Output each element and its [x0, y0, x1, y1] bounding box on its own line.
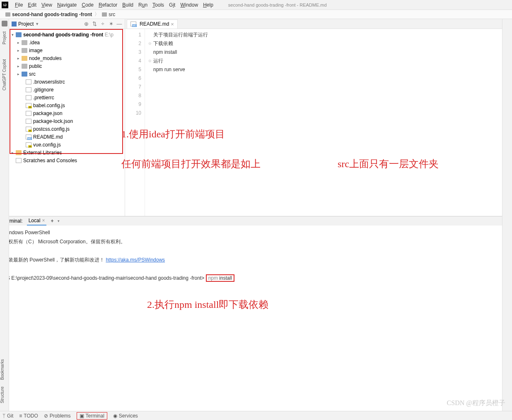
md-icon — [130, 22, 136, 26]
folder-icon — [102, 12, 107, 17]
tree-item-package-json[interactable]: package.json — [9, 109, 125, 117]
project-icon — [12, 22, 17, 26]
watermark: CSDN @程序员橙子 — [447, 399, 505, 408]
annotation-text-3: 2.执行npm install即下载依赖 — [147, 300, 268, 309]
tool-gear-icon[interactable]: ✶ — [108, 21, 114, 27]
menu-run[interactable]: Run — [136, 2, 150, 8]
branch-icon: ᛘ — [2, 413, 5, 419]
annotation-redbox-npm: npm install — [206, 274, 234, 282]
terminal-prompt-line: PS E:\project\2023-09\second-hand-goods-… — [3, 274, 509, 283]
folder-icon — [22, 40, 27, 45]
menu-edit[interactable]: Edit — [25, 2, 39, 8]
right-rail — [502, 19, 512, 411]
menubar: IJ File Edit View Navigate Code Refactor… — [0, 0, 512, 10]
menu-tools[interactable]: Tools — [150, 2, 167, 8]
tree-item-postcss-config[interactable]: postcss.config.js — [9, 125, 125, 133]
tree-item-vue-config[interactable]: vue.config.js — [9, 141, 125, 149]
close-icon[interactable]: × — [171, 21, 174, 27]
terminal-body[interactable]: Windows PowerShell 版权所有（C） Microsoft Cor… — [0, 226, 512, 401]
rail-bookmarks[interactable]: Bookmarks — [0, 356, 9, 383]
tree-item-prettierrc[interactable]: .prettierrc — [9, 94, 125, 101]
status-services[interactable]: ◉Services — [113, 413, 138, 419]
menu-window[interactable]: Window — [178, 2, 200, 8]
tool-target-icon[interactable]: ⊕ — [83, 21, 89, 27]
menu-help[interactable]: Help — [200, 2, 216, 8]
left-tool-rail: Project ChatGPT Copilot — [0, 19, 9, 216]
rail-structure[interactable]: Structure — [0, 383, 9, 407]
library-icon — [22, 56, 27, 61]
terminal-panel: Terminal: Local × + ▾ Windows PowerShell… — [0, 216, 512, 401]
project-tool-icon[interactable] — [2, 21, 7, 26]
js-icon — [26, 142, 31, 147]
library-icon — [16, 150, 22, 155]
tree-root[interactable]: ▾second-hand goods-trading -front E:\p — [9, 31, 125, 38]
file-icon — [26, 87, 31, 92]
tree-scratches[interactable]: Scratches and Consoles — [9, 156, 125, 164]
annotation-text-2b: src上面只有一层文件夹 — [338, 157, 439, 170]
tree-item-browserslistrc[interactable]: .browserslistrc — [9, 78, 125, 86]
folder-icon — [22, 64, 27, 69]
project-tree: ▾second-hand goods-trading -front E:\p ▸… — [9, 29, 125, 166]
file-icon — [26, 95, 31, 100]
tab-label: README.md — [140, 21, 169, 27]
status-problems[interactable]: ⊘Problems — [44, 413, 71, 419]
tree-item-idea[interactable]: ▸.idea — [9, 38, 125, 46]
todo-icon: ≡ — [19, 413, 22, 419]
menu-git[interactable]: Git — [167, 2, 178, 8]
powershell-link[interactable]: https://aka.ms/PSWindows — [106, 257, 165, 263]
tree-item-public[interactable]: ▸public — [9, 62, 125, 70]
tree-item-src[interactable]: ▸src — [9, 70, 125, 78]
tree-external-libraries[interactable]: ▸External Libraries — [9, 149, 125, 156]
folder-icon — [22, 72, 27, 77]
terminal-icon: ▣ — [80, 413, 84, 419]
add-terminal-icon[interactable]: + — [51, 218, 53, 224]
menu-navigate[interactable]: Navigate — [55, 2, 79, 8]
code-editor[interactable]: 12345678910 关于项目运行前端于运行 ⊖下载依赖 npm instal… — [125, 29, 512, 216]
editor-area: README.md × 12345678910 关于项目运行前端于运行 ⊖下载依… — [125, 19, 512, 216]
panel-title-text: Project — [18, 21, 34, 27]
terminal-tab-local[interactable]: Local × — [27, 216, 47, 226]
menu-refactor[interactable]: Refactor — [96, 2, 120, 8]
tool-minimize-icon[interactable]: — — [116, 21, 122, 27]
crumb-root[interactable]: second-hand goods-trading -front — [4, 12, 93, 17]
breadcrumb: second-hand goods-trading -front 〉 src — [0, 10, 512, 19]
menu-code[interactable]: Code — [79, 2, 96, 8]
tree-item-package-lock[interactable]: package-lock.json — [9, 117, 125, 125]
status-terminal[interactable]: ▣Terminal — [77, 412, 107, 420]
problems-icon: ⊘ — [44, 413, 48, 419]
tool-split-icon[interactable]: ÷ — [100, 21, 106, 27]
crumb-src[interactable]: src — [101, 12, 116, 17]
project-panel: Project ▼ ⊕ ⇅ ÷ ✶ — ▾second-hand goods-t… — [9, 19, 125, 216]
annotation-text-2a: 任何前端项目打开效果都是如上 — [121, 157, 261, 170]
tree-item-gitignore[interactable]: .gitignore — [9, 86, 125, 94]
tree-item-readme[interactable]: README.md — [9, 133, 125, 141]
code-body[interactable]: 关于项目运行前端于运行 ⊖下载依赖 npm install ⊖运行 npm ru… — [145, 29, 512, 216]
file-icon — [26, 79, 31, 84]
crumb-separator: 〉 — [93, 11, 101, 18]
menu-file[interactable]: File — [12, 2, 25, 8]
tree-item-image[interactable]: ▸image — [9, 46, 125, 54]
close-icon[interactable]: × — [42, 218, 45, 223]
menu-view[interactable]: View — [39, 2, 55, 8]
terminal-header: Terminal: Local × + ▾ — [0, 216, 512, 226]
tree-item-node-modules[interactable]: ▸node_modules — [9, 54, 125, 62]
terminal-dropdown-icon[interactable]: ▾ — [58, 219, 60, 223]
menu-build[interactable]: Build — [120, 2, 136, 8]
window-title: second-hand goods-trading -front - READM… — [228, 2, 327, 7]
line-gutter: 12345678910 — [125, 29, 145, 216]
terminal-line: 版权所有（C） Microsoft Corporation。保留所有权利。 — [3, 237, 509, 246]
rail-project[interactable]: Project — [2, 28, 7, 48]
file-icon — [26, 119, 31, 124]
scratches-icon — [16, 158, 22, 163]
status-todo[interactable]: ≡TODO — [19, 413, 38, 419]
tree-item-babel-config[interactable]: babel.config.js — [9, 101, 125, 109]
tab-readme[interactable]: README.md × — [127, 19, 178, 29]
tool-sort-icon[interactable]: ⇅ — [92, 21, 97, 27]
status-git[interactable]: ᛘGit — [2, 413, 13, 419]
rail-copilot[interactable]: ChatGPT Copilot — [2, 56, 7, 94]
project-root-icon — [16, 32, 22, 37]
terminal-line: 安装最新的 PowerShell，了解新功能和改进！ https://aka.m… — [3, 255, 509, 264]
project-panel-header: Project ▼ ⊕ ⇅ ÷ ✶ — — [9, 19, 125, 29]
md-icon — [26, 134, 31, 139]
dropdown-icon[interactable]: ▼ — [35, 22, 39, 26]
